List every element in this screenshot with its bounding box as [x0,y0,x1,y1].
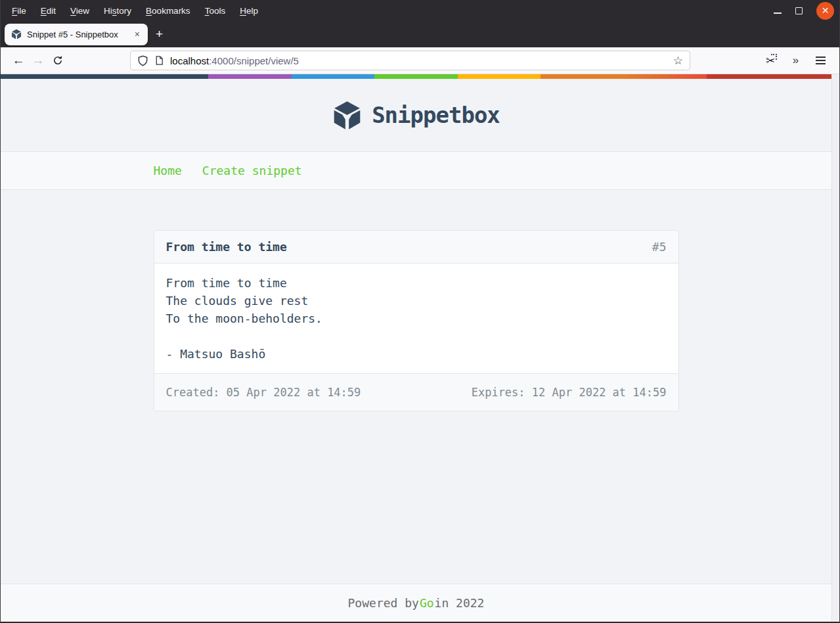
tab-close-icon[interactable]: × [132,28,143,40]
site-footer: Powered by Go in 2022 [1,584,831,622]
url-path: :4000/snippet/view/5 [209,55,299,66]
toolbar-right-icons: ✂ » [761,51,831,70]
window-controls: ✕ [774,2,839,20]
maximize-button[interactable] [795,7,803,14]
minimize-button[interactable] [774,12,782,14]
nav-link-home[interactable]: Home [154,164,182,177]
snippet-expires-time: Expires: 12 Apr 2022 at 14:59 [472,386,667,399]
url-text: localhost:4000/snippet/view/5 [170,55,299,66]
crop-dots-decoration [771,54,777,60]
shield-icon [137,55,148,66]
menu-bookmarks[interactable]: Bookmarks [139,2,198,20]
vertical-scrollbar[interactable] [831,74,839,622]
snippet-body-text: From time to time The clouds give rest T… [154,263,678,374]
menu-items: File Edit View History Bookmarks Tools H… [1,2,265,20]
nav-links: Home Create snippet [154,164,679,177]
site-nav: Home Create snippet [1,151,831,190]
site-header: Snippetbox [1,79,831,151]
url-bar[interactable]: localhost:4000/snippet/view/5 ☆ [130,51,690,70]
footer-text-prefix: Powered by [348,596,419,610]
footer-go-link[interactable]: Go [420,596,434,610]
reload-button[interactable] [48,51,68,70]
forward-icon: → [32,53,45,68]
hamburger-icon [816,57,826,64]
window-close-button[interactable]: ✕ [816,2,834,20]
snippetbox-favicon-icon [11,29,22,39]
app-menu-button[interactable] [810,51,830,70]
tab-title: Snippet #5 - Snippetbox [27,30,127,39]
menu-view[interactable]: View [63,2,97,20]
extensions-overflow-button[interactable]: » [785,51,805,70]
screenshot-button[interactable]: ✂ [761,51,780,70]
tab-snippet-5[interactable]: Snippet #5 - Snippetbox × [5,24,148,45]
menu-history[interactable]: History [97,2,139,20]
snippetbox-logo-icon [332,101,362,130]
rainbow-stripe [1,74,831,79]
back-button[interactable]: ← [9,51,28,70]
reload-icon [53,55,63,66]
menu-tools[interactable]: Tools [198,2,233,20]
navigation-toolbar: ← → localhost:4000/snippet/view/5 ☆ ✂ [1,47,839,74]
menu-help[interactable]: Help [232,2,265,20]
menu-edit[interactable]: Edit [33,2,63,20]
forward-button[interactable]: → [28,51,48,70]
main-content: From time to time #5 From time to time T… [1,190,831,584]
window-close-icon: ✕ [822,6,829,15]
snippet-card: From time to time #5 From time to time T… [154,230,679,411]
snippet-id-badge: #5 [652,240,667,254]
bookmark-star-icon[interactable]: ☆ [673,54,683,68]
browser-window: File Edit View History Bookmarks Tools H… [0,0,840,623]
page-icon [154,55,164,66]
snippet-metadata: Created: 05 Apr 2022 at 14:59 Expires: 1… [154,374,678,411]
snippetbox-page: Snippetbox Home Create snippet From time… [1,74,831,622]
snippet-created-time: Created: 05 Apr 2022 at 14:59 [166,386,361,399]
page-viewport: Snippetbox Home Create snippet From time… [1,74,839,622]
back-icon: ← [12,53,25,68]
tab-bar: Snippet #5 - Snippetbox × + [1,21,839,47]
url-host: localhost [170,55,209,66]
menu-file[interactable]: File [5,2,33,20]
snippet-title: From time to time [166,240,287,254]
new-tab-button[interactable]: + [148,26,171,43]
menu-bar: File Edit View History Bookmarks Tools H… [1,0,839,21]
page-title[interactable]: Snippetbox [372,102,500,128]
nav-link-create-snippet[interactable]: Create snippet [202,164,302,177]
chevrons-icon: » [793,54,798,67]
snippet-card-header: From time to time #5 [154,231,678,263]
footer-text-suffix: in 2022 [435,596,485,610]
